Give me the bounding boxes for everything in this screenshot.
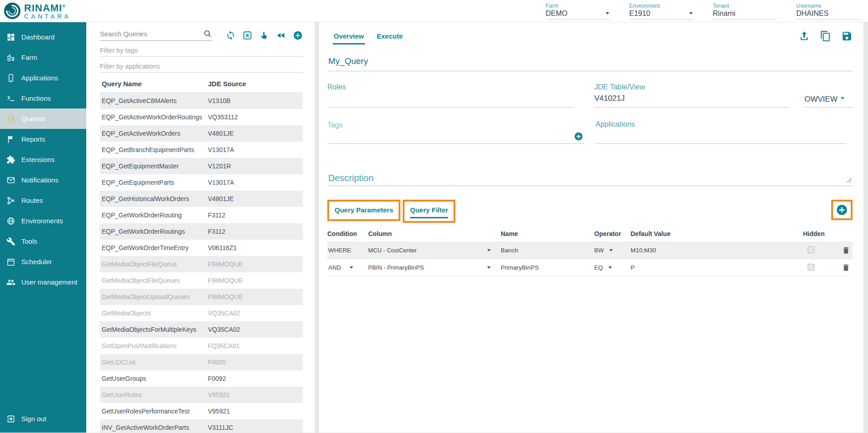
fast-rewind-icon[interactable] [276, 30, 286, 40]
sidebar-item-reports[interactable]: Reports [0, 129, 86, 149]
sidebar-item-sign-out[interactable]: Sign out [0, 408, 86, 429]
query-row[interactable]: GetUserRolesPerformanceTestV95921 [100, 403, 303, 419]
envelope-icon [6, 176, 15, 185]
hand-pointer-icon[interactable] [259, 30, 269, 40]
filter-tags-input[interactable] [100, 47, 303, 54]
sidebar-item-farm[interactable]: Farm [0, 47, 86, 68]
roles-field[interactable]: Roles [327, 83, 575, 108]
query-name-input[interactable]: My_Query [327, 56, 853, 71]
farm-selector[interactable]: Farm DEMO [546, 3, 610, 20]
add-query-icon[interactable] [293, 30, 303, 40]
condition-select[interactable]: AND [327, 264, 368, 271]
filter-applications-input[interactable] [100, 63, 303, 70]
applications-field[interactable]: Applications [596, 120, 846, 144]
query-row[interactable]: GetUserGroupsF0092 [100, 370, 303, 387]
save-icon[interactable] [841, 30, 853, 42]
hidden-checkbox[interactable] [808, 264, 814, 271]
query-row[interactable]: EQP_GetActiveWorkOrdersV4801JE [100, 125, 303, 142]
sidebar-item-extensions[interactable]: Extensions [0, 149, 86, 170]
upload-icon[interactable] [799, 30, 810, 42]
sidebar-item-scheduler[interactable]: Scheduler [0, 251, 86, 272]
search-icon[interactable] [203, 30, 212, 38]
query-row[interactable]: GetUserRolesV95921 [100, 387, 303, 403]
query-row[interactable]: EQP_GetWorkOrderRoutingsF3112 [100, 223, 303, 240]
sidebar-item-queries[interactable]: Queries [0, 108, 86, 129]
sidebar-item-routes[interactable]: Routes [0, 190, 86, 211]
view-selector[interactable]: OWVIEW [804, 95, 853, 108]
add-tag-button[interactable] [574, 132, 583, 141]
delete-row-button[interactable] [842, 263, 850, 272]
query-row[interactable]: EQP_GetWorkOrderTimeEntryV06116Z1 [100, 240, 303, 256]
default-value-input[interactable]: M10;M30 [631, 247, 803, 254]
tab-overview[interactable]: Overview [327, 26, 370, 46]
add-filter-button[interactable] [836, 204, 848, 216]
query-row[interactable]: EQP_GetBranchEquipmentPartsV13017A [100, 142, 303, 158]
query-name-cell: EQP_GetWorkOrderTimeEntry [102, 244, 208, 251]
query-name-cell: GetMediaObjectFileQueues [102, 277, 208, 284]
query-name-cell: EQP_GetActiveWorkOrderRoutings [102, 113, 208, 121]
condition-select[interactable]: WHERE [327, 247, 368, 254]
mobile-icon [6, 74, 15, 83]
query-name-cell: EQP_GetWorkOrderRouting [102, 212, 208, 219]
filter-row: AND PBIN - PrimaryBinPS PrimaryBinPS EQ … [327, 259, 853, 276]
copy-icon[interactable] [820, 30, 831, 42]
globe-icon [6, 216, 15, 226]
sidebar-item-tools[interactable]: Tools [0, 231, 86, 251]
column-value: MCU - CostCenter [368, 247, 417, 254]
column-select[interactable]: MCU - CostCenter [368, 247, 501, 254]
tags-field[interactable]: Tags [327, 120, 584, 144]
jde-table-view-field[interactable]: JDE Table/View V41021J [594, 83, 788, 108]
query-row[interactable]: GetMediaObjectsVQ35CA02 [100, 305, 303, 321]
query-row[interactable]: GetMediaObjectFileQueuesF98MOQUE [100, 272, 303, 289]
query-row[interactable]: EQP_GetWorkOrderRoutingF3112 [100, 207, 303, 223]
query-row[interactable]: EQP_GetEquipmentPartsV13017A [100, 174, 303, 191]
header-fields: Farm DEMO Environment E1910 Tenant Rinam… [546, 3, 861, 20]
excel-export-icon[interactable] [242, 30, 252, 40]
sidebar-item-user-management[interactable]: User management [0, 272, 86, 292]
query-name-cell: INV_GetActiveWorkOrderParts [102, 424, 208, 431]
tab-query-filter[interactable]: Query Filter [404, 202, 454, 221]
sidebar-item-label: Dashboard [21, 33, 54, 41]
delete-row-button[interactable] [842, 246, 850, 255]
name-input[interactable]: PrimaryBinPS [501, 264, 594, 271]
sidebar-item-dashboard[interactable]: Dashboard [0, 27, 86, 47]
query-source-cell: V1310B [208, 97, 303, 104]
query-row[interactable]: EQP_GetActiveCBMAlertsV1310B [100, 93, 303, 109]
sidebar-item-functions[interactable]: Functions [0, 88, 86, 108]
query-row[interactable]: EQP_GetHistoricalWorkOrdersV4801JE [100, 191, 303, 207]
environment-selector[interactable]: Environment E1910 [629, 3, 694, 20]
column-header-jde-source: JDE Source [208, 80, 303, 88]
sidebar-item-applications[interactable]: Applications [0, 68, 86, 88]
query-row[interactable]: EQP_GetActiveWorkOrderRoutingsVQ353112 [100, 109, 303, 125]
name-input[interactable]: Banch [501, 247, 594, 254]
operator-select[interactable]: EQ [594, 264, 631, 271]
sidebar-item-notifications[interactable]: Notifications [0, 170, 86, 190]
query-row[interactable]: GetMediaObjectFileQueueF98MOQUE [100, 256, 303, 272]
search-input[interactable] [100, 30, 203, 38]
tab-execute[interactable]: Execute [370, 26, 409, 46]
filter-by-tags-field[interactable] [100, 46, 303, 57]
description-field[interactable]: Description [327, 173, 853, 186]
tab-query-parameters[interactable]: Query Parameters [329, 202, 399, 219]
refresh-icon[interactable] [226, 30, 236, 40]
query-row[interactable]: GetMediaObjectUploadQueuesF98MOQUE [100, 289, 303, 305]
query-row[interactable]: INV_GetActiveWorkOrderPartsV3111JC [100, 419, 303, 433]
query-row[interactable]: EQP_GetEquipmentMasterV1201R [100, 158, 303, 174]
query-row[interactable]: GetUDCListF0005 [100, 354, 303, 370]
query-source-cell: F98MOQUE [208, 293, 303, 300]
query-row[interactable]: GetMediaObjectsForMultipleKeysVQ35CA02 [100, 321, 303, 338]
column-select[interactable]: PBIN - PrimaryBinPS [368, 264, 501, 271]
filter-by-applications-field[interactable] [100, 62, 303, 73]
query-source-cell: VQ35CA02 [208, 310, 303, 317]
column-header-default-value: Default Value [631, 230, 803, 237]
query-source-cell: V3111JC [208, 424, 303, 431]
column-value: PBIN - PrimaryBinPS [368, 264, 424, 271]
default-value-input[interactable]: P [631, 264, 803, 271]
hidden-checkbox[interactable] [808, 246, 814, 253]
search-field[interactable] [100, 30, 212, 41]
query-row[interactable]: GetOpenPushNotificationsFQ35CA01 [100, 338, 303, 354]
operator-select[interactable]: BW [594, 247, 631, 254]
query-source-cell: V13017A [208, 146, 303, 153]
sidebar-item-environments[interactable]: Environments [0, 211, 86, 231]
environment-value: E1910 [629, 10, 650, 18]
